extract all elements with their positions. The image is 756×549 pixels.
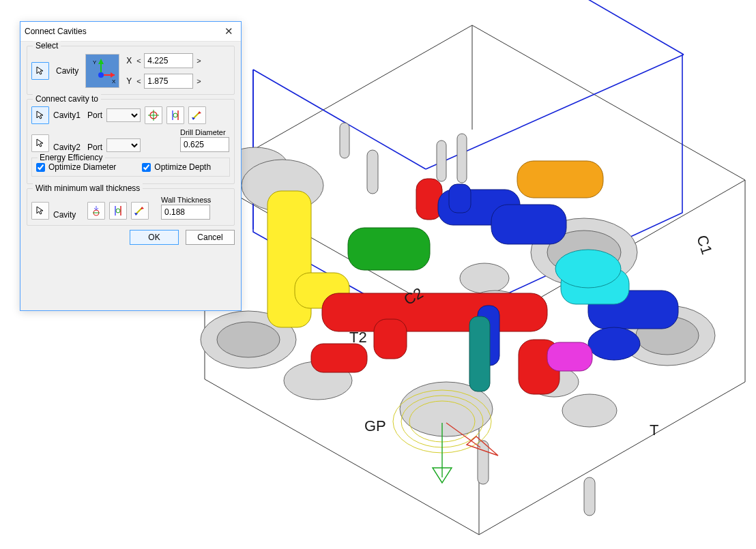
wall-cavity-label: Cavity bbox=[53, 210, 83, 220]
pick-wall-cavity-button[interactable] bbox=[31, 202, 49, 220]
optimize-diameter-input[interactable] bbox=[36, 163, 45, 172]
svg-marker-62 bbox=[111, 72, 115, 78]
svg-rect-29 bbox=[340, 123, 349, 158]
optimize-diameter-label: Optimize Diameter bbox=[48, 162, 116, 172]
dialog-titlebar[interactable]: Connect Cavities ✕ bbox=[20, 22, 241, 42]
x-prev-button[interactable]: < bbox=[136, 57, 141, 65]
svg-rect-49 bbox=[449, 184, 471, 213]
pick-cavity1-button[interactable] bbox=[31, 106, 49, 124]
align-tool1-button[interactable] bbox=[166, 106, 184, 124]
label-t: T bbox=[650, 421, 658, 439]
svg-line-12 bbox=[519, 0, 684, 55]
optimize-depth-checkbox[interactable]: Optimize Depth bbox=[142, 162, 211, 172]
axis-widget[interactable]: X Y bbox=[85, 54, 119, 88]
cursor-icon bbox=[35, 206, 45, 216]
port1-label: Port bbox=[87, 110, 102, 120]
target-tool1-button[interactable] bbox=[145, 106, 162, 124]
y-label: Y bbox=[126, 76, 133, 86]
wall-target-button[interactable] bbox=[87, 202, 105, 220]
cursor-icon bbox=[35, 66, 45, 76]
svg-rect-32 bbox=[457, 134, 467, 183]
svg-text:X: X bbox=[112, 78, 116, 85]
cursor-icon bbox=[35, 110, 45, 120]
label-gp: GP bbox=[364, 417, 386, 435]
y-next-button[interactable]: > bbox=[196, 77, 201, 85]
svg-point-18 bbox=[217, 322, 280, 357]
x-next-button[interactable]: > bbox=[196, 57, 201, 65]
wall-align-button[interactable] bbox=[109, 202, 127, 220]
svg-rect-30 bbox=[367, 150, 378, 194]
group-connect-title: Connect cavity to bbox=[33, 94, 101, 104]
port1-select[interactable] bbox=[106, 108, 141, 122]
svg-rect-52 bbox=[469, 316, 490, 391]
svg-point-65 bbox=[98, 72, 104, 78]
dialog-title: Connect Cavities bbox=[25, 27, 220, 36]
optimize-diameter-checkbox[interactable]: Optimize Diameter bbox=[36, 162, 116, 172]
crosshair-icon bbox=[147, 109, 160, 121]
wall-thickness-label: Wall Thickness bbox=[161, 196, 211, 204]
close-button[interactable]: ✕ bbox=[220, 25, 237, 38]
axis-pair-icon bbox=[169, 109, 181, 121]
svg-point-26 bbox=[562, 394, 617, 427]
drill-diameter-label: Drill Diameter bbox=[180, 128, 229, 136]
svg-point-73 bbox=[173, 113, 177, 117]
svg-rect-43 bbox=[517, 161, 603, 198]
group-select-title: Select bbox=[33, 41, 61, 50]
svg-point-27 bbox=[460, 263, 509, 293]
cancel-button[interactable]: Cancel bbox=[186, 230, 235, 245]
wall-thickness-input[interactable] bbox=[161, 205, 210, 220]
svg-point-51 bbox=[555, 250, 621, 288]
svg-rect-42 bbox=[311, 344, 367, 372]
y-input[interactable] bbox=[144, 74, 193, 89]
pick-cavity-button[interactable] bbox=[31, 62, 49, 80]
svg-rect-34 bbox=[584, 477, 595, 516]
svg-rect-38 bbox=[322, 293, 547, 331]
group-wall-thickness: With minimum wall thickness Cavity bbox=[27, 188, 235, 226]
optimize-depth-input[interactable] bbox=[142, 163, 151, 172]
group-energy-title: Energy Efficiency bbox=[38, 153, 105, 162]
svg-rect-31 bbox=[437, 140, 446, 181]
svg-rect-53 bbox=[547, 342, 592, 371]
color-tool1-button[interactable] bbox=[188, 106, 206, 124]
drill-diameter-input[interactable] bbox=[180, 137, 229, 152]
group-select: Select Cavity X Y bbox=[27, 46, 235, 95]
x-input[interactable] bbox=[144, 53, 193, 68]
cavity1-label: Cavity1 bbox=[53, 110, 83, 120]
svg-rect-37 bbox=[348, 228, 430, 270]
group-wall-title: With minimum wall thickness bbox=[33, 183, 143, 193]
port2-select[interactable] bbox=[106, 138, 141, 152]
svg-point-81 bbox=[116, 209, 120, 213]
svg-text:Y: Y bbox=[93, 59, 97, 65]
x-label: X bbox=[126, 56, 133, 65]
svg-rect-39 bbox=[374, 319, 407, 359]
close-icon: ✕ bbox=[224, 25, 233, 38]
axis-pair-icon bbox=[112, 205, 124, 217]
label-t2: T2 bbox=[349, 329, 367, 346]
optimize-depth-label: Optimize Depth bbox=[154, 162, 211, 172]
cavity2-label: Cavity2 bbox=[53, 143, 83, 152]
ok-button[interactable]: OK bbox=[130, 230, 179, 245]
port2-label: Port bbox=[87, 143, 102, 152]
pick-cavity2-button[interactable] bbox=[31, 134, 49, 152]
flip-arrow-icon bbox=[134, 205, 146, 217]
cavity-label: Cavity bbox=[56, 66, 78, 76]
wall-flip-button[interactable] bbox=[131, 202, 149, 220]
svg-marker-64 bbox=[98, 59, 104, 64]
crosshair-down-icon bbox=[90, 205, 102, 217]
connect-cavities-dialog: Connect Cavities ✕ Select Cavity bbox=[20, 21, 242, 311]
svg-point-47 bbox=[588, 327, 640, 360]
flip-arrow-icon bbox=[191, 109, 203, 121]
group-connect: Connect cavity to Cavity1 Port bbox=[27, 99, 235, 184]
svg-line-1 bbox=[472, 25, 745, 180]
svg-rect-45 bbox=[491, 205, 566, 244]
y-prev-button[interactable]: < bbox=[136, 77, 141, 85]
axis-triad-icon: X Y bbox=[87, 56, 117, 86]
cursor-icon bbox=[35, 138, 45, 148]
group-energy-efficiency: Energy Efficiency Optimize Diameter Opti… bbox=[31, 158, 230, 177]
